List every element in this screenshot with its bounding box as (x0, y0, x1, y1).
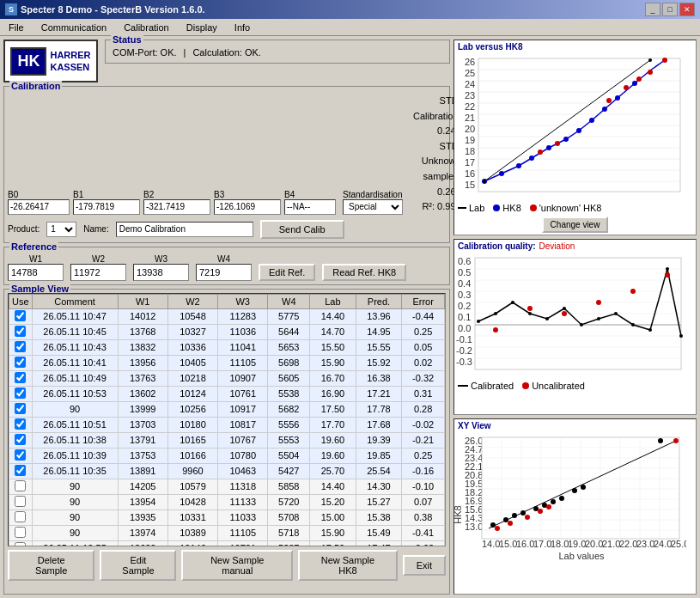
edit-sample-button[interactable]: Edit Sample (100, 550, 176, 581)
title-bar: S Specter 8 Demo - SpecterB Version 1.6.… (0, 0, 700, 19)
row-error: 0.38 (402, 510, 445, 525)
sample-table-container[interactable]: Use Comment W1 W2 W3 W4 Lab Pred. Error (8, 293, 446, 546)
row-w3: 11283 (218, 308, 268, 324)
close-button[interactable]: ✕ (679, 3, 695, 16)
row-error: 0.07 (402, 494, 445, 510)
table-row[interactable]: 26.05.11 10:39 13753 10166 10780 5504 19… (9, 448, 445, 463)
svg-text:24: 24 (465, 79, 475, 89)
w4-ref-input[interactable] (196, 264, 252, 281)
row-error: 0.28 (402, 401, 445, 417)
w1-ref-input[interactable] (8, 264, 64, 281)
b0-label: B0 (8, 190, 70, 199)
row-checkbox[interactable] (15, 434, 26, 445)
svg-point-81 (630, 289, 636, 294)
menu-display[interactable]: Display (181, 21, 222, 34)
row-lab: 19.60 (310, 448, 356, 463)
menu-file[interactable]: File (3, 21, 29, 34)
row-checkbox[interactable] (15, 511, 26, 522)
unknown-hk8-legend-label: 'unknown' HK8 (539, 203, 602, 213)
b3-input[interactable] (214, 199, 281, 215)
table-row[interactable]: 90 13999 10256 10917 5682 17.50 17.78 0.… (9, 401, 445, 417)
table-row[interactable]: 26.05.11 10:47 14012 10548 11283 5775 14… (9, 308, 445, 324)
lab-legend-line (458, 207, 466, 209)
table-row[interactable]: 90 13974 10389 11105 5718 15.90 15.49 -0… (9, 525, 445, 540)
new-sample-manual-button[interactable]: New Sample manual (181, 550, 293, 581)
table-row[interactable]: 26.05.11 10:49 13763 10218 10907 5605 16… (9, 370, 445, 386)
w2-ref-label: W2 (70, 254, 126, 264)
b1-input[interactable] (73, 199, 140, 215)
b2-input[interactable] (143, 199, 210, 215)
svg-text:23: 23 (465, 90, 475, 101)
edit-ref-button[interactable]: Edit Ref. (259, 264, 315, 281)
col-comment: Comment (32, 294, 118, 308)
b4-input[interactable] (284, 199, 336, 215)
row-checkbox[interactable] (15, 496, 26, 507)
menu-calibration[interactable]: Calibration (119, 21, 174, 34)
row-checkbox[interactable] (15, 480, 26, 491)
delete-sample-button[interactable]: Delete Sample (8, 550, 94, 581)
svg-text:22: 22 (465, 101, 475, 112)
w3-ref-input[interactable] (133, 264, 189, 281)
svg-point-123 (572, 488, 577, 493)
table-row[interactable]: 26.05.11 10:43 13832 10336 11041 5653 15… (9, 339, 445, 355)
menu-info[interactable]: Info (229, 21, 255, 34)
svg-text:21: 21 (465, 113, 475, 123)
row-w2: 10146 (167, 540, 217, 546)
w2-ref-input[interactable] (70, 264, 126, 281)
exit-button[interactable]: Exit (403, 555, 446, 576)
maximize-button[interactable]: □ (662, 3, 678, 16)
svg-text:17: 17 (465, 157, 475, 168)
row-checkbox[interactable] (15, 372, 26, 383)
read-ref-button[interactable]: Read Ref. HK8 (322, 264, 406, 281)
row-pred: 14.30 (356, 479, 402, 494)
svg-point-64 (477, 320, 480, 323)
table-row[interactable]: 26.05.11 10:35 13891 9960 10463 5427 25.… (9, 463, 445, 479)
row-lab: 15.50 (310, 339, 356, 355)
row-checkbox[interactable] (15, 542, 26, 546)
row-error: -0.02 (402, 417, 445, 432)
minimize-button[interactable]: _ (645, 3, 660, 16)
row-w2: 10256 (167, 401, 217, 417)
table-row[interactable]: 90 13935 10331 11033 5708 15.00 15.38 0.… (9, 510, 445, 525)
row-checkbox[interactable] (15, 387, 26, 399)
standardisation-select[interactable]: Special (343, 199, 403, 215)
svg-rect-12 (478, 58, 680, 192)
w3-ref-label: W3 (133, 254, 189, 264)
svg-text:19.0: 19.0 (568, 539, 586, 549)
name-input[interactable] (116, 222, 253, 237)
table-row[interactable]: 26.05.11 10:55 13632 10146 10781 5387 17… (9, 540, 445, 546)
change-view-button[interactable]: Change view (542, 217, 609, 233)
row-checkbox[interactable] (15, 403, 26, 414)
row-checkbox[interactable] (15, 326, 26, 337)
b0-input[interactable] (8, 199, 70, 215)
svg-point-127 (508, 521, 513, 526)
svg-text:15.0: 15.0 (499, 539, 517, 549)
row-checkbox[interactable] (15, 418, 26, 430)
send-calib-button[interactable]: Send Calib (260, 220, 344, 239)
cal-quality-subtitle: Deviation (539, 241, 575, 251)
row-checkbox[interactable] (15, 527, 26, 538)
row-error: -0.44 (402, 308, 445, 324)
table-row[interactable]: 26.05.11 10:51 13703 10180 10817 5556 17… (9, 417, 445, 432)
table-row[interactable]: 90 13954 10428 11133 5720 15.20 15.27 0.… (9, 494, 445, 510)
row-checkbox[interactable] (15, 465, 26, 476)
table-row[interactable]: 90 14205 10579 11318 5858 14.40 14.30 -0… (9, 479, 445, 494)
svg-point-125 (658, 438, 663, 443)
row-pred: 15.38 (356, 510, 402, 525)
table-row[interactable]: 26.05.11 10:53 13602 10124 10761 5538 16… (9, 386, 445, 401)
row-checkbox[interactable] (15, 341, 26, 352)
svg-point-33 (615, 95, 620, 101)
row-w1: 13935 (118, 510, 167, 525)
row-checkbox[interactable] (15, 357, 26, 368)
table-row[interactable]: 26.05.11 10:38 13791 10165 10767 5553 19… (9, 432, 445, 448)
table-row[interactable]: 26.05.11 10:45 13768 10327 11036 5644 14… (9, 324, 445, 339)
product-select[interactable]: 1 (46, 222, 76, 237)
svg-point-126 (495, 526, 500, 531)
svg-point-130 (546, 504, 551, 510)
new-sample-hk8-button[interactable]: New Sample HK8 (298, 550, 398, 581)
svg-point-80 (596, 300, 601, 305)
menu-communication[interactable]: Communication (36, 21, 112, 34)
table-row[interactable]: 26.05.11 10:41 13956 10405 11105 5698 15… (9, 355, 445, 370)
row-checkbox[interactable] (15, 310, 26, 321)
row-checkbox[interactable] (15, 449, 26, 461)
